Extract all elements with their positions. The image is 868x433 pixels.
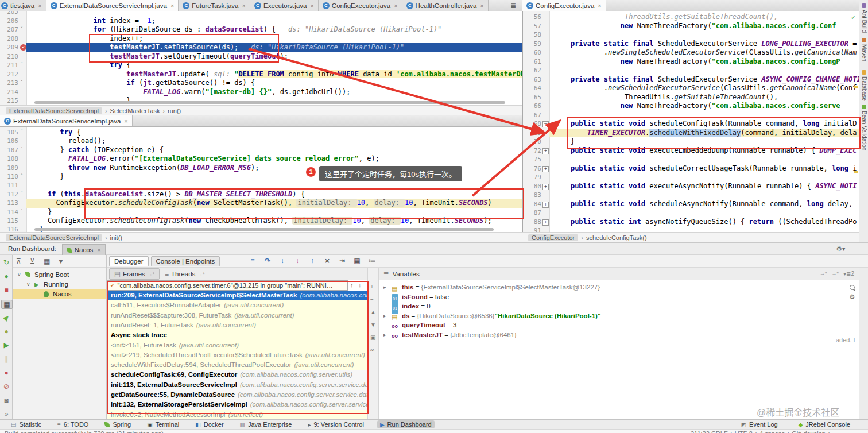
- frame-up-icon[interactable]: ↑: [350, 281, 354, 288]
- toolwindow-button-6-todo[interactable]: ≡6: TODO: [55, 420, 91, 428]
- fold-icon[interactable]: +: [542, 148, 549, 154]
- pin-icon[interactable]: →*: [832, 270, 839, 277]
- tab-console[interactable]: Console | Endpoints: [151, 256, 220, 266]
- fold-icon[interactable]: ˇ: [20, 79, 23, 88]
- tab-debugger[interactable]: Debugger: [109, 256, 149, 266]
- step-over-icon[interactable]: ↷: [262, 257, 273, 265]
- stack-frame[interactable]: run:209, ExternalDataSourceServiceImpl$S…: [107, 291, 367, 300]
- hide-icon[interactable]: —: [852, 245, 859, 253]
- stop-icon[interactable]: ■: [1, 286, 11, 294]
- stack-frame[interactable]: scheduleConfigTask:69, ConfigExecutor(co…: [107, 370, 367, 380]
- down-icon[interactable]: ▼: [370, 322, 376, 328]
- editor-tab-externaldatasourceserviceimpl-java[interactable]: CExternalDataSourceServiceImpl.java×: [0, 115, 133, 126]
- tree-item-spring-boot[interactable]: ∨Spring Boot: [13, 270, 106, 280]
- menu-icon[interactable]: ≣: [510, 2, 516, 10]
- variable-row-ds[interactable]: ▸▤ds = {HikariDataSource@6536}"HikariDat…: [379, 311, 859, 321]
- close-icon[interactable]: ×: [97, 246, 100, 253]
- add-icon[interactable]: +: [370, 284, 374, 290]
- fold-icon[interactable]: −: [542, 121, 549, 127]
- view-breakpoints-icon[interactable]: ●: [1, 369, 11, 377]
- layout-settings-icon[interactable]: ≔: [366, 257, 378, 265]
- stack-frame[interactable]: scheduleWithFixedDelay:594, ScheduledThr…: [107, 360, 367, 370]
- stack-frame[interactable]: <init>:219, ScheduledThreadPoolExecutor$…: [107, 350, 367, 360]
- toolwindow-button-event-log[interactable]: ◩Event Log: [738, 420, 781, 428]
- remove-icon[interactable]: −: [370, 296, 374, 303]
- stack-frame[interactable]: call:511, Executors$RunnableAdapter(java…: [107, 300, 367, 310]
- editor-tab-configexecutor-java[interactable]: CConfigExecutor.java×: [522, 0, 606, 11]
- chevron-down-icon[interactable]: ∨: [26, 280, 30, 289]
- close-icon[interactable]: ×: [598, 2, 601, 9]
- up-icon[interactable]: ▲: [370, 309, 376, 315]
- toolwindow-button-9-version-control[interactable]: ▸9: Version Control: [305, 420, 366, 428]
- jrebel-rocket-icon[interactable]: ▶: [0, 311, 13, 324]
- drop-frame-icon[interactable]: ⨯: [321, 257, 333, 265]
- view-icon[interactable]: ▣: [370, 334, 375, 341]
- thread-selector[interactable]: ✔ "com.alibaba.nacos.config.server.timer…: [107, 280, 348, 291]
- breadcrumb-item[interactable]: init(): [110, 234, 122, 241]
- fold-icon[interactable]: ˇ: [20, 25, 23, 34]
- breadcrumb-item[interactable]: scheduleConfigTask(): [586, 234, 647, 241]
- fold-icon[interactable]: +: [542, 184, 549, 190]
- gear-icon[interactable]: ⚙: [849, 293, 855, 301]
- fold-icon[interactable]: ˇ: [20, 190, 23, 199]
- async-stack-trace-separator[interactable]: Async stack trace: [107, 330, 367, 340]
- horizontal-scrollbar[interactable]: [34, 101, 505, 104]
- tool-stripe-database[interactable]: Database: [861, 70, 867, 101]
- thread-dump-icon[interactable]: ◙: [1, 396, 11, 404]
- force-step-into-icon[interactable]: ↓: [292, 257, 303, 265]
- tab-threads[interactable]: ≡Threads→*: [160, 269, 210, 279]
- variable-row-queryTimeout[interactable]: ooqueryTimeout = 3: [379, 320, 859, 330]
- fold-icon[interactable]: ˇ: [20, 61, 23, 70]
- more-icon[interactable]: »: [1, 410, 11, 418]
- run-to-cursor-icon[interactable]: ⇥: [336, 257, 348, 265]
- toolwindow-button-terminal[interactable]: ▣Terminal: [144, 420, 182, 428]
- close-icon[interactable]: ×: [480, 2, 483, 9]
- tree-toolbar-icon[interactable]: ⊻: [30, 257, 35, 265]
- chevron-right-icon[interactable]: ▸: [383, 330, 386, 340]
- toolwindow-button-statistic[interactable]: ▤Statistic: [8, 420, 44, 428]
- chevron-right-icon[interactable]: ▸: [383, 311, 386, 321]
- tree-toolbar-icon[interactable]: ▼: [57, 257, 64, 265]
- step-out-icon[interactable]: ↑: [307, 257, 318, 265]
- gear-icon[interactable]: ⚙▾: [836, 245, 845, 253]
- editor-tab-healthcontroller-java[interactable]: CHealthController.java×: [402, 0, 489, 11]
- tree-item-running[interactable]: ∨▶Running: [13, 280, 106, 289]
- close-icon[interactable]: ×: [310, 2, 313, 9]
- toolwindow-button-run-dashboard[interactable]: ▶Run Dashboard: [377, 420, 435, 428]
- close-icon[interactable]: ×: [124, 118, 127, 125]
- editor-tab-executors-java[interactable]: CExecutors.java×: [250, 0, 319, 11]
- fold-icon[interactable]: ˆ: [20, 146, 23, 154]
- breadcrumb-item[interactable]: SelectMasterTask: [110, 107, 160, 114]
- fold-icon[interactable]: ˇ: [20, 128, 23, 137]
- jrebel-debug-icon[interactable]: ●: [1, 327, 11, 335]
- search-icon[interactable]: [850, 284, 855, 292]
- watch-icon[interactable]: ∞: [370, 347, 374, 353]
- evaluate-icon[interactable]: ▦: [351, 257, 363, 265]
- editor-tab-futuretask-java[interactable]: CFutureTask.java×: [179, 0, 250, 11]
- close-icon[interactable]: ×: [170, 2, 174, 9]
- tree-toolbar-icon[interactable]: ▦: [44, 257, 50, 265]
- debug-bug-icon[interactable]: ●: [1, 272, 11, 280]
- editor-tab-configexecutor-java[interactable]: CConfigExecutor.java×: [319, 0, 402, 11]
- stack-frame[interactable]: init:132, ExternalStoragePersistServiceI…: [107, 400, 367, 409]
- stack-frame[interactable]: invoke0:-2, NativeMethodAccessorImpl(sun…: [107, 410, 367, 419]
- variable-row-testMasterJT[interactable]: ▸ootestMasterJT = {JdbcTemplate@6461}: [379, 330, 859, 340]
- close-icon[interactable]: ×: [394, 2, 397, 9]
- tab-frames[interactable]: ▤Frames→*: [109, 268, 160, 280]
- editor-tab-externaldatasourceserviceimpl-java[interactable]: CExternalDataSourceServiceImpl.java×: [46, 0, 179, 11]
- stack-frame[interactable]: runAndReset:-1, FutureTask(java.util.con…: [107, 320, 367, 330]
- fold-icon[interactable]: +: [542, 166, 549, 172]
- tool-stripe-ant-build[interactable]: Ant Build: [861, 3, 867, 33]
- close-icon[interactable]: ×: [38, 2, 41, 9]
- stack-frame[interactable]: <init>:151, FutureTask(java.util.concurr…: [107, 341, 367, 350]
- stack-frame[interactable]: runAndReset$$$capture:308, FutureTask(ja…: [107, 311, 367, 320]
- fold-icon[interactable]: ˆ: [20, 208, 23, 216]
- stack-frame[interactable]: init:113, ExternalDataSourceServiceImpl(…: [107, 380, 367, 390]
- frame-down-icon[interactable]: ↓: [358, 281, 362, 288]
- run-dashboard-tab-nacos[interactable]: Nacos ×: [62, 244, 106, 256]
- breadcrumb-item[interactable]: run(): [168, 107, 181, 114]
- horizontal-scrollbar[interactable]: [34, 228, 494, 231]
- close-icon[interactable]: ×: [242, 2, 246, 9]
- toolwindow-button-spring[interactable]: Spring: [102, 420, 134, 428]
- toolwindow-button-jrebel-console[interactable]: ◆JRebel Console: [796, 420, 853, 428]
